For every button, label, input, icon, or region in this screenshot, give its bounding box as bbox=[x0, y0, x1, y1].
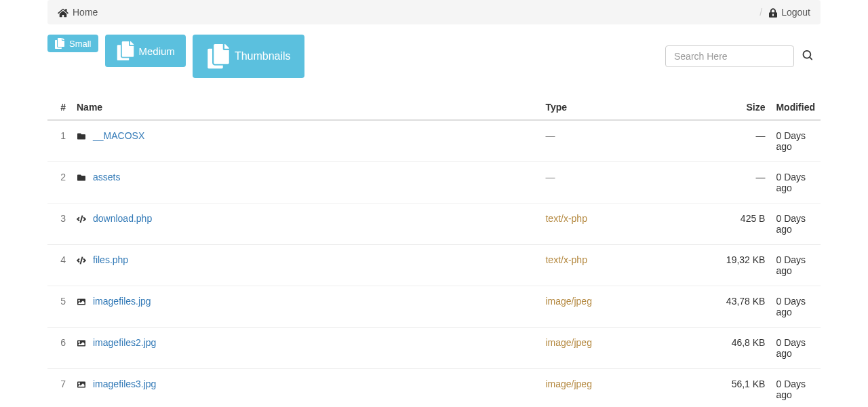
folder-icon bbox=[77, 132, 87, 142]
row-modified: 0 Days ago bbox=[770, 286, 821, 328]
code-icon bbox=[77, 256, 87, 267]
row-size: 43,78 KB bbox=[709, 286, 770, 328]
type-link[interactable]: image/jpeg bbox=[545, 337, 592, 348]
row-type-cell: image/jpeg bbox=[540, 328, 709, 369]
row-name-cell: imagefiles2.jpg bbox=[71, 328, 540, 369]
view-thumbnails-label: Thumbnails bbox=[235, 50, 291, 62]
row-number: 4 bbox=[47, 245, 71, 286]
row-modified: 0 Days ago bbox=[770, 369, 821, 407]
col-header-modified: Modified bbox=[770, 95, 821, 120]
type-link[interactable]: image/jpeg bbox=[545, 296, 592, 307]
row-name-cell: imagefiles3.jpg bbox=[71, 369, 540, 407]
row-number: 6 bbox=[47, 328, 71, 369]
row-name-cell: assets bbox=[71, 162, 540, 204]
row-size: — bbox=[709, 162, 770, 204]
copy-icon bbox=[206, 44, 231, 69]
row-size: 56,1 KB bbox=[709, 369, 770, 407]
search-button[interactable] bbox=[794, 50, 821, 63]
col-header-size: Size bbox=[709, 95, 770, 120]
type-link[interactable]: image/jpeg bbox=[545, 379, 592, 389]
type-link[interactable]: text/x-php bbox=[545, 213, 587, 224]
table-row: 2assets——0 Days ago bbox=[47, 162, 821, 204]
row-name-cell: __MACOSX bbox=[71, 120, 540, 162]
table-row: 6imagefiles2.jpgimage/jpeg46,8 KB0 Days … bbox=[47, 328, 821, 369]
copy-icon bbox=[116, 41, 135, 60]
row-modified: 0 Days ago bbox=[770, 204, 821, 245]
file-link[interactable]: imagefiles3.jpg bbox=[93, 379, 156, 389]
type-empty: — bbox=[545, 130, 555, 141]
row-modified: 0 Days ago bbox=[770, 328, 821, 369]
row-name-cell: download.php bbox=[71, 204, 540, 245]
row-type-cell: text/x-php bbox=[540, 204, 709, 245]
folder-icon bbox=[77, 173, 87, 184]
lock-icon bbox=[769, 7, 777, 18]
row-modified: 0 Days ago bbox=[770, 162, 821, 204]
row-type-cell: text/x-php bbox=[540, 245, 709, 286]
toolbar: Small Medium Thumbnails bbox=[47, 35, 821, 78]
table-row: 7imagefiles3.jpgimage/jpeg56,1 KB0 Days … bbox=[47, 369, 821, 407]
image-icon bbox=[77, 297, 87, 308]
code-icon bbox=[77, 214, 87, 225]
file-link[interactable]: __MACOSX bbox=[93, 130, 144, 141]
row-type-cell: image/jpeg bbox=[540, 286, 709, 328]
image-icon bbox=[77, 338, 87, 349]
row-number: 2 bbox=[47, 162, 71, 204]
file-link[interactable]: imagefiles2.jpg bbox=[93, 337, 156, 348]
row-number: 1 bbox=[47, 120, 71, 162]
view-small-label: Small bbox=[69, 39, 92, 49]
row-number: 7 bbox=[47, 369, 71, 407]
file-link[interactable]: imagefiles.jpg bbox=[93, 296, 151, 307]
type-link[interactable]: text/x-php bbox=[545, 254, 587, 265]
file-link[interactable]: assets bbox=[93, 172, 120, 182]
view-buttons-group: Small Medium Thumbnails bbox=[47, 35, 304, 78]
breadcrumb: Home / Logout bbox=[47, 0, 821, 24]
file-link[interactable]: download.php bbox=[93, 213, 152, 224]
table-row: 4files.phptext/x-php19,32 KB0 Days ago bbox=[47, 245, 821, 286]
row-size: — bbox=[709, 120, 770, 162]
table-row: 1__MACOSX——0 Days ago bbox=[47, 120, 821, 162]
search-group bbox=[665, 45, 821, 67]
col-header-name: Name bbox=[71, 95, 540, 120]
table-row: 5imagefiles.jpgimage/jpeg43,78 KB0 Days … bbox=[47, 286, 821, 328]
row-name-cell: imagefiles.jpg bbox=[71, 286, 540, 328]
breadcrumb-separator: / bbox=[760, 7, 762, 18]
row-size: 425 B bbox=[709, 204, 770, 245]
view-thumbnails-button[interactable]: Thumbnails bbox=[193, 35, 304, 78]
row-type-cell: — bbox=[540, 162, 709, 204]
type-empty: — bbox=[545, 172, 555, 182]
table-row: 3download.phptext/x-php425 B0 Days ago bbox=[47, 204, 821, 245]
row-type-cell: image/jpeg bbox=[540, 369, 709, 407]
row-size: 46,8 KB bbox=[709, 328, 770, 369]
row-size: 19,32 KB bbox=[709, 245, 770, 286]
logout-link[interactable]: Logout bbox=[769, 7, 810, 18]
row-name-cell: files.php bbox=[71, 245, 540, 286]
view-medium-button[interactable]: Medium bbox=[105, 35, 186, 67]
logout-label: Logout bbox=[781, 7, 810, 18]
search-icon bbox=[802, 50, 812, 60]
row-modified: 0 Days ago bbox=[770, 120, 821, 162]
row-type-cell: — bbox=[540, 120, 709, 162]
file-link[interactable]: files.php bbox=[93, 254, 128, 265]
image-icon bbox=[77, 380, 87, 391]
row-number: 5 bbox=[47, 286, 71, 328]
copy-icon bbox=[54, 38, 65, 49]
home-icon bbox=[58, 7, 68, 18]
search-input[interactable] bbox=[665, 45, 794, 67]
breadcrumb-home-link[interactable]: Home bbox=[73, 7, 98, 18]
row-number: 3 bbox=[47, 204, 71, 245]
file-table: # Name Type Size Modified 1__MACOSX——0 D… bbox=[47, 95, 821, 407]
view-small-button[interactable]: Small bbox=[47, 35, 98, 52]
view-medium-label: Medium bbox=[139, 45, 175, 57]
col-header-type: Type bbox=[540, 95, 709, 120]
col-header-num: # bbox=[47, 95, 71, 120]
row-modified: 0 Days ago bbox=[770, 245, 821, 286]
